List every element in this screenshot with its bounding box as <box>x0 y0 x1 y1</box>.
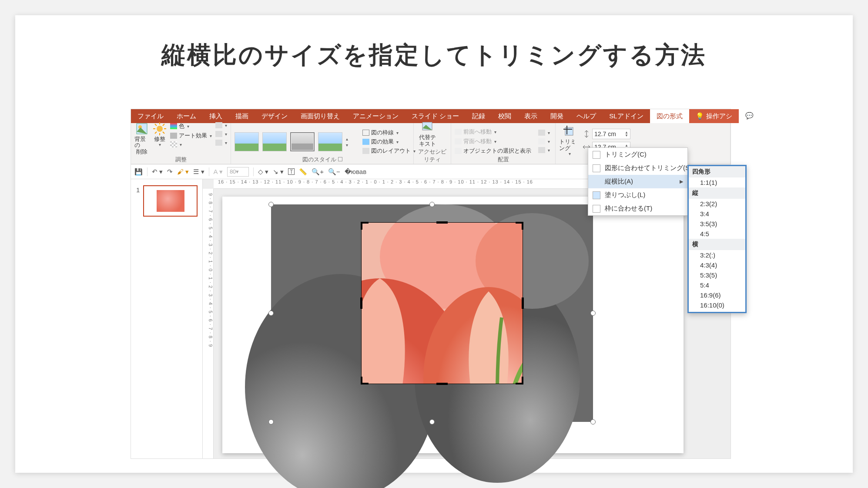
tab-picture-format[interactable]: 図の形式 <box>650 109 689 123</box>
compress-button[interactable]: ▾ <box>215 122 227 128</box>
bring-forward-button[interactable]: 前面へ移動▾ <box>455 128 531 136</box>
tab-file[interactable]: ファイル <box>131 109 170 123</box>
textbox-icon[interactable]: 🅃 <box>288 168 295 175</box>
bullets-icon[interactable]: ☰ ▾ <box>193 168 204 176</box>
slide-canvas[interactable] <box>222 197 684 453</box>
aspect-4-3[interactable]: 4:3(4) <box>689 260 745 270</box>
height-input[interactable]: 12.7 cm▲▼ <box>592 129 630 139</box>
alt-text-button[interactable]: 代替テキスト <box>417 120 437 147</box>
style-thumb-2[interactable] <box>262 132 287 151</box>
alt-text-icon <box>421 120 434 134</box>
aspect-4-5[interactable]: 4:5 <box>689 229 745 239</box>
aspect-16-9[interactable]: 16:9(6) <box>689 290 745 300</box>
crop-handle[interactable] <box>522 297 524 309</box>
tab-sladdin[interactable]: SLアドイン <box>603 109 650 123</box>
qat-more-icon[interactable]: �ював <box>345 168 366 176</box>
connector-icon[interactable]: ↘ ▾ <box>273 168 284 176</box>
align-button[interactable]: ▾ <box>538 130 550 136</box>
palette-icon <box>170 123 177 129</box>
save-icon[interactable]: 💾 <box>134 168 143 176</box>
aspect-3-2[interactable]: 3:2(:) <box>689 250 745 260</box>
crop-rectangle[interactable] <box>362 223 523 384</box>
tab-draw[interactable]: 描画 <box>229 109 255 123</box>
tab-record[interactable]: 記録 <box>466 109 492 123</box>
rotate-button[interactable]: ▾ <box>538 147 550 153</box>
selection-handle[interactable] <box>590 311 596 316</box>
zoom-in-icon[interactable]: 🔍+ <box>312 168 324 176</box>
artistic-effects-button[interactable]: アート効果▾ <box>170 132 212 140</box>
tab-transition[interactable]: 画面切り替え <box>294 109 346 123</box>
tab-tellme[interactable]: 💡操作アシ <box>689 109 739 123</box>
color-button[interactable]: 色▾ <box>170 122 212 130</box>
selection-handle[interactable] <box>429 202 435 207</box>
aspect-1-1[interactable]: 1:1(1) <box>689 177 745 187</box>
picture-border-button[interactable]: 図の枠線▾ <box>362 129 416 137</box>
ruler-icon[interactable]: 📏 <box>299 168 307 176</box>
undo-icon[interactable]: ↶ ▾ <box>152 168 163 176</box>
tab-animation[interactable]: アニメーション <box>346 109 405 123</box>
crop-button[interactable]: トリミング▾ <box>559 125 579 156</box>
crop-handle[interactable] <box>361 377 369 384</box>
comments-icon[interactable]: 💬 <box>739 109 752 123</box>
height-icon <box>583 130 590 138</box>
tab-review[interactable]: 校閲 <box>492 109 518 123</box>
group-label-styles: 図のスタイル <box>235 156 410 164</box>
selection-handle[interactable] <box>268 311 274 316</box>
crop-handle[interactable] <box>516 377 523 384</box>
format-painter-icon[interactable]: 🖌 ▾ <box>177 168 189 176</box>
font-size-input[interactable]: 80 ▾ <box>227 167 249 177</box>
selection-handle[interactable] <box>429 419 435 424</box>
aspect-16-10[interactable]: 16:10(0) <box>689 300 745 310</box>
spin-buttons[interactable]: ▲▼ <box>625 131 628 137</box>
transparency-button[interactable]: ▾ <box>170 141 212 147</box>
menu-crop-to-shape[interactable]: 図形に合わせてトリミング(S)▶ <box>588 161 687 175</box>
redo-icon[interactable]: ↷ <box>167 168 173 176</box>
menu-aspect-ratio[interactable]: 縦横比(A)▶ <box>588 175 687 188</box>
corrections-button[interactable]: 修整▾ <box>152 122 167 147</box>
picture-effects-button[interactable]: 図の効果▾ <box>362 138 416 146</box>
crop-icon <box>593 151 600 159</box>
menu-fit[interactable]: 枠に合わせる(T) <box>588 202 687 215</box>
tab-insert[interactable]: 挿入 <box>203 109 229 123</box>
aspect-header-landscape: 横 <box>689 239 745 250</box>
change-pic-icon <box>215 131 222 137</box>
group-button[interactable]: ▾ <box>538 138 550 144</box>
shapes-icon[interactable]: ◇ ▾ <box>258 168 268 176</box>
selection-handle[interactable] <box>268 419 274 424</box>
remove-background-button[interactable]: 背景の 削除 <box>134 122 149 155</box>
slide-thumbnail-1[interactable] <box>143 185 198 217</box>
menu-crop[interactable]: トリミング(C) <box>588 148 687 161</box>
zoom-out-icon[interactable]: 🔍− <box>328 168 340 176</box>
aspect-3-5[interactable]: 3:5(3) <box>689 219 745 229</box>
selection-handle[interactable] <box>590 419 596 424</box>
style-thumb-4[interactable] <box>318 132 342 151</box>
crop-handle[interactable] <box>436 221 448 224</box>
aspect-2-3[interactable]: 2:3(2) <box>689 199 745 209</box>
crop-handle[interactable] <box>360 297 362 309</box>
selection-handle[interactable] <box>268 202 274 207</box>
picture-styles-gallery[interactable]: ▴▾ <box>235 132 355 151</box>
tab-developer[interactable]: 開発 <box>544 109 570 123</box>
article-title: 縦横比のサイズを指定してトリミングする方法 <box>15 15 853 81</box>
crop-handle[interactable] <box>516 222 523 230</box>
tab-help[interactable]: ヘルプ <box>570 109 603 123</box>
reset-picture-button[interactable]: ▾ <box>215 140 227 146</box>
cropped-image[interactable] <box>271 204 593 422</box>
style-thumb-1[interactable] <box>235 132 259 151</box>
crop-handle[interactable] <box>436 383 448 385</box>
aspect-3-4[interactable]: 3:4 <box>689 209 745 219</box>
picture-layout-button[interactable]: 図のレイアウト▾ <box>362 147 416 155</box>
aspect-5-4[interactable]: 5:4 <box>689 280 745 290</box>
tab-home[interactable]: ホーム <box>170 109 203 123</box>
style-thumb-3[interactable] <box>290 132 315 151</box>
tab-view[interactable]: 表示 <box>518 109 544 123</box>
change-picture-button[interactable]: ▾ <box>215 131 227 137</box>
tab-design[interactable]: デザイン <box>255 109 294 123</box>
selection-pane-button[interactable]: オブジェクトの選択と表示 <box>455 147 531 155</box>
crop-handle[interactable] <box>361 222 369 230</box>
send-backward-button[interactable]: 背面へ移動▾ <box>455 137 531 145</box>
dialog-launcher-icon[interactable] <box>338 157 342 161</box>
menu-fill[interactable]: 塗りつぶし(L) <box>588 188 687 202</box>
styles-more-button[interactable]: ▴▾ <box>346 137 355 147</box>
aspect-5-3[interactable]: 5:3(5) <box>689 270 745 280</box>
